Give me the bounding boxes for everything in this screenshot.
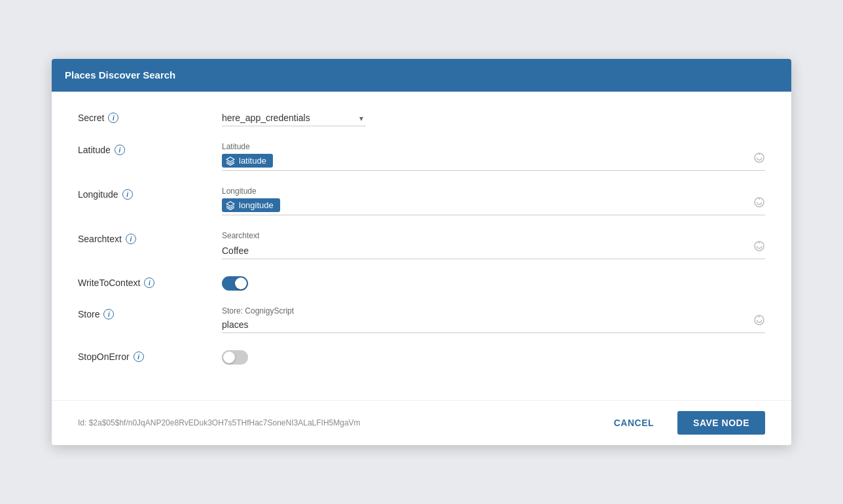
latitude-input-wrapper: latitude [222, 154, 765, 171]
longitude-cognigy-icon[interactable] [753, 196, 765, 211]
latitude-chip[interactable]: latitude [222, 154, 273, 168]
latitude-row: Latitude i Latitude latitude [78, 142, 765, 171]
write-to-context-toggle[interactable] [222, 276, 248, 291]
node-id: Id: $2a$05$hf/n0JqANP20e8RvEDuk3OH7s5THf… [78, 418, 361, 427]
longitude-chip[interactable]: longitude [222, 198, 280, 212]
layers-icon [226, 156, 235, 166]
latitude-chip-text: latitude [239, 156, 266, 166]
write-to-context-row: WriteToContext i [78, 275, 765, 291]
longitude-chip-text: longitude [239, 200, 274, 210]
latitude-label-col: Latitude i [78, 142, 222, 155]
stop-on-error-row: StopOnError i [78, 349, 765, 365]
latitude-cognigy-icon[interactable] [753, 152, 765, 167]
longitude-row: Longitude i Longitude longitude [78, 187, 765, 215]
store-row: Store i Store: CognigyScript [78, 306, 765, 333]
searchtext-label: Searchtext [78, 234, 122, 244]
searchtext-sublabel: Searchtext [222, 231, 765, 240]
stop-on-error-toggle-knob [223, 351, 235, 363]
store-label: Store [78, 309, 99, 319]
longitude-field-col: Longitude longitude [222, 187, 765, 215]
latitude-info-icon[interactable]: i [115, 145, 125, 155]
secret-field-col: here_app_credentials ▾ [222, 110, 765, 126]
searchtext-input[interactable] [222, 243, 765, 259]
secret-select-wrapper: here_app_credentials ▾ [222, 110, 366, 126]
latitude-sublabel: Latitude [222, 142, 765, 151]
stop-on-error-field-col [222, 349, 765, 365]
store-sublabel: Store: CognigyScript [222, 306, 765, 315]
write-to-context-label: WriteToContext [78, 278, 140, 288]
store-label-col: Store i [78, 306, 222, 319]
modal-container: Places Discover Search Secret i here_app… [52, 59, 791, 445]
store-field-col: Store: CognigyScript [222, 306, 765, 333]
store-input[interactable] [222, 317, 765, 333]
stop-on-error-label: StopOnError [78, 351, 130, 362]
searchtext-label-col: Searchtext i [78, 231, 222, 244]
stop-on-error-toggle-wrapper [222, 349, 765, 365]
layers-icon-2 [226, 201, 235, 210]
write-to-context-label-col: WriteToContext i [78, 275, 222, 288]
secret-info-icon[interactable]: i [108, 113, 118, 123]
store-cognigy-icon[interactable] [753, 314, 765, 329]
footer-buttons: CANCEL SAVE NODE [598, 411, 765, 435]
longitude-label: Longitude [78, 189, 118, 200]
cancel-button[interactable]: CANCEL [598, 411, 670, 435]
latitude-label: Latitude [78, 145, 111, 155]
save-node-button[interactable]: SAVE NODE [677, 411, 765, 435]
modal-title: Places Discover Search [65, 69, 175, 81]
longitude-input-wrapper: longitude [222, 198, 765, 215]
longitude-sublabel: Longitude [222, 187, 765, 196]
write-to-context-toggle-wrapper [222, 275, 765, 291]
stop-on-error-label-col: StopOnError i [78, 349, 222, 362]
secret-label: Secret [78, 113, 104, 123]
stop-on-error-info-icon[interactable]: i [134, 351, 144, 362]
write-to-context-info-icon[interactable]: i [144, 278, 154, 288]
searchtext-row: Searchtext i Searchtext [78, 231, 765, 259]
modal-body: Secret i here_app_credentials ▾ Latitude… [52, 92, 791, 393]
write-to-context-field-col [222, 275, 765, 291]
secret-label-col: Secret i [78, 110, 222, 123]
secret-row: Secret i here_app_credentials ▾ [78, 110, 765, 126]
searchtext-info-icon[interactable]: i [126, 234, 136, 244]
modal-footer: Id: $2a$05$hf/n0JqANP20e8RvEDuk3OH7s5THf… [52, 400, 791, 445]
toggle-knob [235, 278, 247, 289]
longitude-label-col: Longitude i [78, 187, 222, 200]
longitude-info-icon[interactable]: i [122, 189, 133, 200]
modal-header: Places Discover Search [52, 59, 791, 92]
secret-select[interactable]: here_app_credentials [222, 110, 366, 126]
latitude-field-col: Latitude latitude [222, 142, 765, 171]
stop-on-error-toggle[interactable] [222, 350, 248, 365]
searchtext-cognigy-icon[interactable] [753, 240, 765, 255]
searchtext-field-col: Searchtext [222, 231, 765, 259]
store-info-icon[interactable]: i [103, 309, 114, 319]
